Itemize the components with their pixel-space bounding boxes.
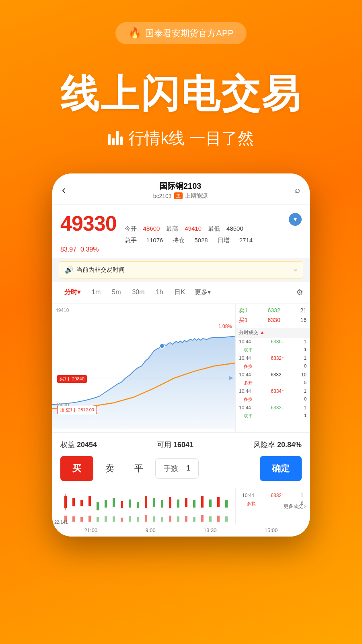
rights-label: 权益 bbox=[60, 441, 75, 449]
sell-button[interactable]: 卖 bbox=[97, 456, 122, 481]
more-trades-link[interactable]: 更多成交 › bbox=[284, 503, 306, 510]
svg-rect-29 bbox=[97, 517, 99, 522]
change-abs: 83.97 bbox=[60, 246, 76, 253]
time-label-3: 13:30 bbox=[204, 527, 217, 533]
equity-row: 权益 20454 可用 16041 风险率 20.84% bbox=[60, 440, 302, 450]
qty-label: 手数 bbox=[164, 464, 178, 473]
svg-rect-22 bbox=[209, 500, 212, 507]
svg-rect-36 bbox=[153, 516, 155, 522]
trade-sub-1: 双平 -1 bbox=[236, 346, 310, 354]
search-icon[interactable]: ⌕ bbox=[295, 185, 300, 195]
exchange-name: 上期能源 bbox=[185, 192, 208, 200]
order-book: 卖1 6332 21 买1 6330 16 分时成交 ▲ 10: bbox=[235, 303, 310, 432]
svg-rect-42 bbox=[201, 515, 204, 522]
subtitle-text: 行情k线 一目了然 bbox=[128, 127, 253, 149]
confirm-button[interactable]: 确定 bbox=[260, 456, 302, 481]
low-label: 最低 bbox=[208, 225, 220, 233]
banner-pill[interactable]: 🔥 国泰君安期货官方APP bbox=[115, 22, 247, 44]
tab-1h[interactable]: 1h bbox=[150, 286, 169, 298]
svg-rect-40 bbox=[185, 516, 187, 522]
svg-rect-15 bbox=[153, 498, 155, 507]
chart-high-label: 49410 bbox=[56, 308, 69, 313]
day-inc-val: 2714 bbox=[239, 237, 253, 244]
svg-rect-44 bbox=[217, 516, 220, 522]
tab-5m[interactable]: 5m bbox=[106, 286, 126, 298]
tab-daily[interactable]: 日K bbox=[169, 286, 191, 299]
risk-val: 20.84% bbox=[277, 441, 302, 449]
svg-rect-39 bbox=[177, 516, 179, 522]
buy-button[interactable]: 买 bbox=[60, 456, 93, 481]
high-val: 49410 bbox=[185, 225, 202, 233]
back-button[interactable]: ‹ bbox=[62, 184, 66, 196]
svg-rect-6 bbox=[80, 500, 83, 506]
svg-rect-12 bbox=[129, 500, 131, 508]
svg-rect-8 bbox=[97, 502, 99, 510]
sell-row: 卖1 6332 21 bbox=[239, 306, 306, 316]
trade-sub-4: 多换 0 bbox=[236, 395, 310, 404]
hero-title: 线上闪电交易 bbox=[0, 72, 362, 115]
rights-val: 20454 bbox=[77, 441, 97, 449]
price-details: 今开 48600 最高 49410 最低 48500 总手 11076 持仓 5… bbox=[125, 225, 281, 244]
chart-left: 49410 48880 1.08% bbox=[52, 303, 235, 432]
svg-rect-37 bbox=[161, 517, 163, 522]
svg-rect-24 bbox=[225, 500, 228, 508]
tab-1m[interactable]: 1m bbox=[86, 286, 106, 298]
svg-rect-21 bbox=[201, 496, 204, 508]
dropdown-button[interactable]: ▾ bbox=[289, 213, 302, 226]
trade-row-5: 10:44 6332↓ 1 bbox=[236, 404, 310, 412]
low-val: 48500 bbox=[226, 225, 243, 233]
svg-rect-34 bbox=[137, 517, 139, 522]
stock-title: 国际铜2103 bbox=[153, 181, 208, 192]
alert-left: 🔊 当前为非交易时间 bbox=[65, 266, 125, 274]
available-item: 可用 16041 bbox=[157, 440, 193, 450]
high-label: 最高 bbox=[166, 225, 178, 233]
trade-sub-2: 多换 0 bbox=[236, 362, 310, 371]
banner-text: 国泰君安期货官方APP bbox=[145, 27, 234, 39]
tab-30m[interactable]: 30m bbox=[126, 286, 150, 298]
svg-rect-17 bbox=[169, 497, 171, 508]
svg-rect-14 bbox=[145, 496, 147, 508]
fire-icon: 🔥 bbox=[128, 27, 141, 39]
svg-rect-33 bbox=[129, 516, 131, 522]
svg-rect-9 bbox=[105, 500, 107, 508]
total-hand-val: 11076 bbox=[146, 237, 163, 244]
risk-label: 风险率 bbox=[253, 441, 275, 449]
svg-rect-35 bbox=[145, 515, 147, 522]
stock-code: bc2103 bbox=[153, 193, 172, 199]
speaker-icon: 🔊 bbox=[65, 266, 73, 274]
bottom-chart-strip: 22,141 21:00 9:00 13:30 15:00 10:44 6332… bbox=[52, 488, 310, 537]
day-inc-label: 日增 bbox=[218, 237, 230, 244]
buy-label: 买1 bbox=[239, 317, 248, 324]
buy-qty: 16 bbox=[300, 317, 306, 324]
risk-item: 风险率 20.84% bbox=[253, 440, 302, 450]
change-pct: 0.39% bbox=[80, 246, 99, 253]
alert-bar: 🔊 当前为非交易时间 × bbox=[59, 261, 303, 279]
hero-section: 线上闪电交易 行情k线 一目了然 bbox=[0, 72, 362, 149]
svg-rect-23 bbox=[217, 497, 220, 507]
quantity-box[interactable]: 手数 1 bbox=[155, 458, 199, 479]
sell-label: 卖1 bbox=[239, 307, 248, 314]
tab-more[interactable]: 更多▾ bbox=[191, 286, 215, 299]
today-open-label: 今开 bbox=[125, 225, 137, 233]
svg-rect-19 bbox=[185, 498, 187, 507]
time-label-4: 15:00 bbox=[265, 527, 278, 533]
time-label-2: 9:00 bbox=[145, 527, 155, 533]
trade-row-4: 10:44 6334↑ 1 bbox=[236, 387, 310, 395]
time-label-1: 21:00 bbox=[84, 527, 98, 533]
qty-value: 1 bbox=[186, 464, 190, 473]
trading-panel: 权益 20454 可用 16041 风险率 20.84% 买 卖 平 手数 bbox=[52, 432, 310, 488]
today-open-val: 48600 bbox=[143, 225, 160, 233]
svg-point-0 bbox=[160, 343, 165, 348]
tab-fen-shi[interactable]: 分时▾ bbox=[59, 286, 86, 299]
trade-section-label: 分时成交 ▲ bbox=[236, 328, 310, 338]
alert-text: 当前为非交易时间 bbox=[76, 266, 125, 274]
alert-close-button[interactable]: × bbox=[294, 266, 297, 273]
sell-qty: 21 bbox=[300, 307, 306, 314]
svg-rect-38 bbox=[169, 516, 171, 522]
svg-rect-5 bbox=[72, 498, 75, 506]
flat-button[interactable]: 平 bbox=[126, 456, 151, 481]
main-price: 49330 bbox=[60, 211, 117, 235]
buy-price: 6330 bbox=[268, 317, 280, 324]
gear-icon[interactable]: ⚙ bbox=[296, 287, 303, 297]
buy-row: 买1 6330 16 bbox=[239, 316, 306, 325]
